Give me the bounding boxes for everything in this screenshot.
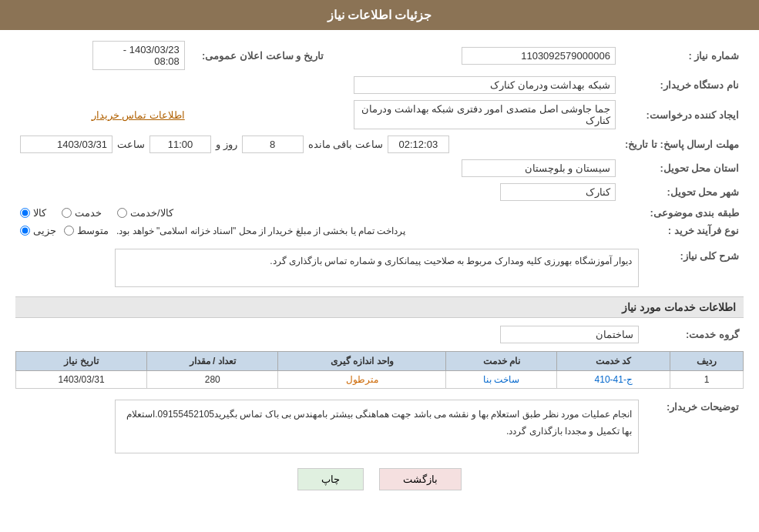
page-title: جزئیات اطلاعات نیاز	[327, 8, 432, 22]
cell-row: 1	[670, 371, 744, 389]
radio-mottasat[interactable]	[64, 226, 74, 236]
table-row: 1 ج-41-410 ساخت بنا مترطول 280 1403/03/3…	[16, 371, 744, 389]
buyer-notes-label: توضیحات خریدار:	[643, 396, 744, 457]
back-button[interactable]: بازگشت	[379, 468, 462, 490]
purchase-type-label: نوع فرآیند خرید :	[620, 222, 744, 239]
need-number-label: شماره نیاز :	[620, 38, 744, 73]
cell-qty: 280	[147, 371, 278, 389]
purchase-jozei: جزیی	[20, 225, 56, 236]
col-qty: تعداد / مقدار	[147, 352, 278, 371]
purchase-mottasat: متوسط	[64, 225, 109, 236]
col-code: کد خدمت	[557, 352, 670, 371]
col-row: ردیف	[670, 352, 744, 371]
response-deadline-label: مهلت ارسال پاسخ: تا تاریخ:	[620, 132, 744, 156]
description-label: شرح کلی نیاز:	[643, 246, 744, 290]
service-group-label: گروه خدمت:	[643, 323, 744, 346]
city-label: شهر محل تحویل:	[620, 180, 744, 204]
category-kala: کالا	[20, 207, 46, 219]
buyer-org-value: شبکه بهداشت ودرمان کنارک	[354, 76, 616, 94]
cell-name: ساخت بنا	[446, 371, 557, 389]
remaining-label: ساعت باقی مانده	[308, 139, 383, 150]
city-value: کنارک	[500, 183, 616, 201]
print-button[interactable]: چاپ	[297, 468, 364, 490]
category-kala-khedmat-label: کالا/خدمت	[130, 207, 173, 219]
purchase-text: پرداخت تمام یا بخشی از مبلغ خریدار از مح…	[116, 226, 405, 236]
category-label: طبقه بندی موضوعی:	[620, 204, 744, 222]
purchase-jozei-label: جزیی	[33, 225, 56, 236]
requester-value: جما جاوشی اصل متصدی امور دفتری شبکه بهدا…	[354, 100, 616, 129]
requester-label: ایجاد کننده درخواست:	[620, 97, 744, 132]
deadline-time-label: ساعت	[117, 139, 145, 150]
buyer-org-label: نام دستگاه خریدار:	[620, 73, 744, 97]
remaining-time: 02:12:03	[388, 136, 449, 153]
category-khedmat-label: خدمت	[75, 207, 102, 219]
buttons-row: بازگشت چاپ	[15, 468, 744, 490]
cell-unit: مترطول	[278, 371, 446, 389]
deadline-days: 8	[242, 136, 304, 153]
radio-kala-khedmat[interactable]	[117, 208, 127, 218]
col-name: نام خدمت	[446, 352, 557, 371]
services-section-title: اطلاعات خدمات مورد نیاز	[15, 296, 744, 318]
cell-date: 1403/03/31	[16, 371, 147, 389]
requester-contact-link[interactable]: اطلاعات تماس خریدار	[92, 109, 185, 121]
province-value: سیستان و بلوچستان	[462, 159, 616, 177]
category-khedmat: خدمت	[62, 207, 102, 219]
cell-code: ج-41-410	[557, 371, 670, 389]
col-unit: واحد اندازه گیری	[278, 352, 446, 371]
deadline-time: 11:00	[149, 136, 211, 153]
radio-khedmat[interactable]	[62, 208, 72, 218]
description-value: دیوار آموزشگاه بهورزی کلیه ومدارک مربوط …	[115, 249, 639, 287]
announce-date-value: 1403/03/23 - 08:08	[92, 41, 185, 70]
need-number-value: 1103092579000006	[462, 47, 616, 65]
radio-jozei[interactable]	[20, 226, 30, 236]
service-group-value: ساختمان	[500, 326, 639, 343]
province-label: استان محل تحویل:	[620, 156, 744, 180]
deadline-day-label: روز و	[216, 139, 237, 150]
page-header: جزئیات اطلاعات نیاز	[0, 0, 759, 30]
purchase-mottasat-label: متوسط	[77, 225, 109, 236]
category-kala-label: کالا	[33, 207, 46, 219]
deadline-date: 1403/03/31	[20, 136, 113, 153]
radio-kala[interactable]	[20, 208, 30, 218]
announce-date-label: تاریخ و ساعت اعلان عمومی:	[190, 38, 328, 73]
buyer-notes-value: انجام عملیات مورد نظر طبق استعلام بها و …	[115, 400, 639, 453]
col-date: تاریخ نیاز	[16, 352, 147, 371]
category-kala-khedmat: کالا/خدمت	[117, 207, 173, 219]
services-table: ردیف کد خدمت نام خدمت واحد اندازه گیری ت…	[15, 351, 744, 389]
